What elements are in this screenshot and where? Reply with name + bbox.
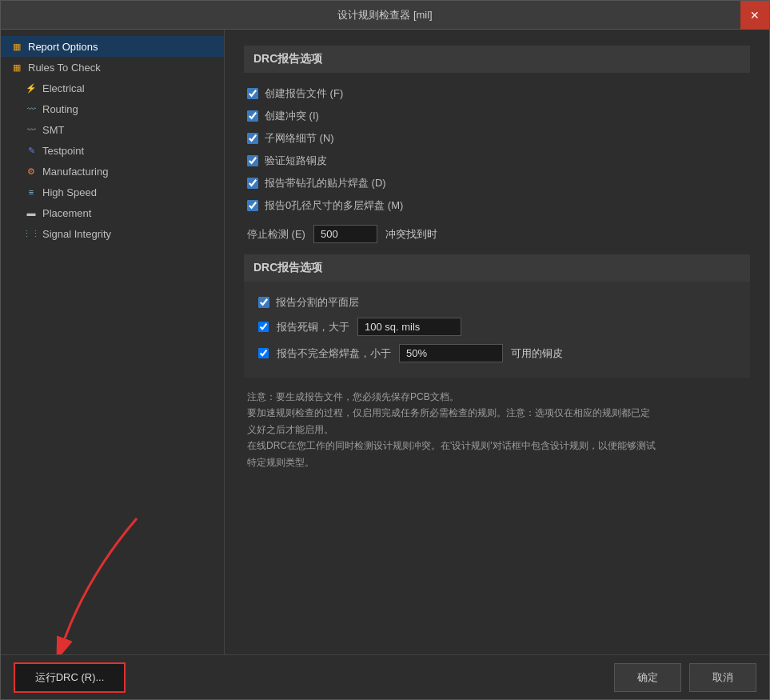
- checkbox-subnet-detail[interactable]: [247, 133, 258, 144]
- elec-icon: ⚡: [25, 82, 38, 94]
- sidebar-item-high-speed[interactable]: ≡High Speed: [1, 182, 224, 202]
- checkbox-label-5[interactable]: 报告带钻孔的贴片焊盘 (D): [265, 176, 386, 190]
- place-icon: ▬: [25, 206, 38, 219]
- checkbox-label-4[interactable]: 验证短路铜皮: [265, 154, 327, 168]
- note-line-2: 要加速规则检查的过程，仅启用完成任务所必需检查的规则。注意：选项仅在相应的规则都…: [247, 405, 747, 438]
- dead-copper-input[interactable]: [357, 318, 461, 336]
- sidebar-item-testpoint[interactable]: ✎Testpoint: [1, 140, 224, 161]
- checkbox-row-4: 验证短路铜皮: [244, 150, 750, 172]
- checkbox-drill-pad[interactable]: [247, 178, 258, 189]
- dialog-window: 设计规则检查器 [mil] ✕ ▦Report Options▦Rules To…: [0, 0, 770, 700]
- section2-header: DRC报告选项: [244, 254, 750, 282]
- checkbox-label-3[interactable]: 子网络细节 (N): [265, 131, 334, 146]
- checkbox-row-3: 子网络细节 (N): [244, 127, 750, 150]
- solder-pad-input[interactable]: [399, 344, 503, 362]
- section1-header: DRC报告选项: [244, 46, 750, 73]
- section2: DRC报告选项 报告分割的平面层 报告死铜，大于 报告不完全熔焊盘，小于 可用的…: [244, 254, 750, 378]
- checkbox-label-8[interactable]: 报告死铜，大于: [277, 320, 349, 334]
- sidebar-label-testpoint: Testpoint: [42, 145, 84, 157]
- checkbox-verify-short[interactable]: [247, 155, 258, 166]
- checkbox-create-conflict[interactable]: [247, 110, 258, 122]
- footer-right: 确定 取消: [614, 663, 756, 692]
- checkbox-create-report[interactable]: [247, 88, 258, 99]
- checkbox-label-1[interactable]: 创建报告文件 (F): [265, 86, 343, 101]
- sidebar-item-rules-to-check[interactable]: ▦Rules To Check: [1, 57, 224, 78]
- test-icon: ✎: [25, 144, 38, 157]
- sidebar: ▦Report Options▦Rules To Check⚡Electrica…: [1, 30, 225, 654]
- route-icon: 〰: [25, 102, 38, 115]
- sidebar-label-report-options: Report Options: [28, 41, 98, 53]
- dialog-title: 设计规则检查器 [mil]: [337, 8, 432, 22]
- highspeed-icon: ≡: [25, 186, 38, 198]
- cancel-button[interactable]: 取消: [689, 663, 756, 692]
- checkbox-row-7: 报告分割的平面层: [255, 291, 739, 314]
- sidebar-item-electrical[interactable]: ⚡Electrical: [1, 78, 224, 98]
- copper-suffix: 可用的铜皮: [511, 346, 563, 361]
- ok-button[interactable]: 确定: [614, 663, 681, 692]
- stop-detect-input[interactable]: [313, 225, 377, 243]
- sidebar-label-electrical: Electrical: [42, 82, 85, 94]
- section1: DRC报告选项 创建报告文件 (F) 创建冲突 (I) 子网络细节 (N) 验证…: [244, 46, 750, 248]
- sidebar-label-placement: Placement: [42, 207, 91, 219]
- sidebar-label-smt: SMT: [42, 124, 64, 136]
- checkbox-row-6: 报告0孔径尺寸的多层焊盘 (M): [244, 194, 750, 217]
- stop-detect-row: 停止检测 (E) 冲突找到时: [244, 220, 750, 248]
- sidebar-item-signal-integrity[interactable]: ⋮⋮Signal Integrity: [1, 223, 224, 244]
- checkbox-dead-copper[interactable]: [258, 322, 269, 332]
- stop-detect-suffix: 冲突找到时: [385, 227, 437, 242]
- sidebar-item-placement[interactable]: ▬Placement: [1, 202, 224, 223]
- checkbox-row-1: 创建报告文件 (F): [244, 82, 750, 105]
- footer: 运行DRC (R)... 确定 取消: [1, 654, 769, 699]
- right-panel: DRC报告选项 创建报告文件 (F) 创建冲突 (I) 子网络细节 (N) 验证…: [225, 30, 769, 654]
- sidebar-label-high-speed: High Speed: [42, 186, 97, 198]
- mfg-icon: ⚙: [25, 165, 38, 178]
- checkbox-split-plane[interactable]: [258, 297, 269, 308]
- run-drc-button[interactable]: 运行DRC (R)...: [14, 662, 126, 693]
- sidebar-item-smt[interactable]: 〰SMT: [1, 119, 224, 140]
- checkbox-row-5: 报告带钻孔的贴片焊盘 (D): [244, 172, 750, 194]
- checkbox-label-2[interactable]: 创建冲突 (I): [265, 109, 319, 123]
- checkbox-zero-hole[interactable]: [247, 200, 258, 211]
- sidebar-label-rules-to-check: Rules To Check: [28, 62, 101, 74]
- note-line-1: 注意：要生成报告文件，您必须先保存PCB文档。: [247, 389, 747, 405]
- sidebar-item-manufacturing[interactable]: ⚙Manufacturing: [1, 161, 224, 182]
- smt-icon: 〰: [25, 123, 38, 136]
- sidebar-item-routing[interactable]: 〰Routing: [1, 98, 224, 119]
- sidebar-label-signal-integrity: Signal Integrity: [42, 228, 111, 240]
- title-bar: 设计规则检查器 [mil] ✕: [1, 1, 769, 30]
- sidebar-label-manufacturing: Manufacturing: [42, 166, 108, 178]
- close-button[interactable]: ✕: [740, 1, 769, 30]
- note-line-3: 在线DRC在您工作的同时检测设计规则冲突。在'设计规则'对话框中包含设计规则，以…: [247, 438, 747, 470]
- sidebar-label-routing: Routing: [42, 103, 78, 115]
- grid-icon: ▦: [10, 40, 23, 53]
- notes-area: 注意：要生成报告文件，您必须先保存PCB文档。 要加速规则检查的过程，仅启用完成…: [244, 389, 750, 470]
- checkbox-label-7[interactable]: 报告分割的平面层: [276, 295, 359, 310]
- input-row-solder: 报告不完全熔焊盘，小于 可用的铜皮: [255, 340, 739, 366]
- check-icon: ▦: [10, 61, 23, 74]
- sidebar-item-report-options[interactable]: ▦Report Options: [1, 36, 224, 57]
- input-row-dead-copper: 报告死铜，大于: [255, 314, 739, 340]
- checkbox-label-9[interactable]: 报告不完全熔焊盘，小于: [277, 346, 391, 361]
- main-content: ▦Report Options▦Rules To Check⚡Electrica…: [1, 30, 769, 654]
- checkbox-label-6[interactable]: 报告0孔径尺寸的多层焊盘 (M): [265, 198, 403, 213]
- signal-icon: ⋮⋮: [25, 227, 38, 240]
- checkbox-row-2: 创建冲突 (I): [244, 105, 750, 127]
- checkbox-solder-pad[interactable]: [258, 348, 269, 358]
- stop-detect-label: 停止检测 (E): [247, 227, 305, 242]
